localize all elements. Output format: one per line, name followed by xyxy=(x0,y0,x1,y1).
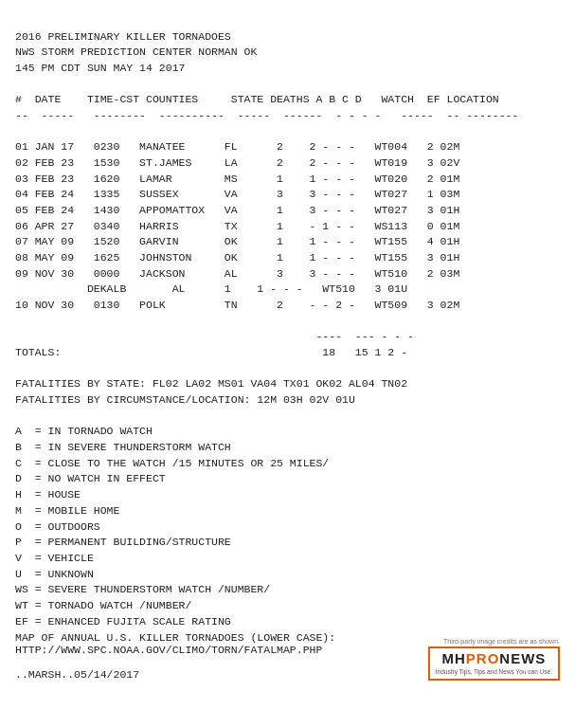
fatalities-by-state: FATALITIES BY STATE: FL02 LA02 MS01 VA04… xyxy=(15,377,407,390)
table-row-05: 05 FEB 24 1430 APPOMATTOX VA 1 3 - - - W… xyxy=(15,204,459,216)
map-line2: HTTP://WWW.SPC.NOAA.GOV/CLIMO/TORN/FATAL… xyxy=(15,644,322,656)
legend-c: C = CLOSE TO THE WATCH /15 MINUTES OR 25… xyxy=(15,457,329,469)
legend-ws: WS = SEVERE THUNDERSTORM WATCH /NUMBER/ xyxy=(15,583,270,595)
logo-area: Third-party image credits are as shown. … xyxy=(428,638,560,681)
legend-wt: WT = TORNADO WATCH /NUMBER/ xyxy=(15,599,191,611)
header-line2: NWS STORM PREDICTION CENTER NORMAN OK xyxy=(15,46,257,58)
logo-text: MHPRONEWS xyxy=(436,651,552,667)
legend-h: H = HOUSE xyxy=(15,488,81,500)
legend-v: V = VEHICLE xyxy=(15,552,94,564)
table-row-02: 02 FEB 23 1530 ST.JAMES LA 2 2 - - - WT0… xyxy=(15,156,459,169)
mhpronews-logo[interactable]: MHPRONEWS Industry Tips, Tips and News Y… xyxy=(428,646,560,681)
table-divider: -- ----- -------- ---------- ----- -----… xyxy=(15,109,518,121)
page: 2016 PRELIMINARY KILLER TORNADOES NWS ST… xyxy=(0,0,575,728)
legend-a: A = IN TORNADO WATCH xyxy=(15,425,153,437)
legend-b: B = IN SEVERE THUNDERSTORM WATCH xyxy=(15,441,231,453)
header-line1: 2016 PRELIMINARY KILLER TORNADOES xyxy=(15,30,231,43)
totals-values: 18 15 1 2 - xyxy=(322,346,407,358)
legend-d: D = NO WATCH IN EFFECT xyxy=(15,472,166,484)
table-row-09: 09 NOV 30 0000 JACKSON AL 3 3 - - - WT51… xyxy=(15,267,459,280)
fatalities-by-circumstance: FATALITIES BY CIRCUMSTANCE/LOCATION: 12M… xyxy=(15,393,355,406)
totals-row: TOTALS: 18 15 1 2 - xyxy=(15,346,407,358)
legend-o: O = OUTDOORS xyxy=(15,520,100,533)
logo-mh: MH xyxy=(441,650,465,666)
table-row-07: 07 MAY 09 1520 GARVIN OK 1 1 - - - WT155… xyxy=(15,235,459,247)
map-line1: MAP OF ANNUAL U.S. KILLER TORNADOES (LOW… xyxy=(15,631,335,644)
content-block: 2016 PRELIMINARY KILLER TORNADOES NWS ST… xyxy=(15,13,560,629)
footer-row: MAP OF ANNUAL U.S. KILLER TORNADOES (LOW… xyxy=(15,631,560,681)
table-row-03: 03 FEB 23 1620 LAMAR MS 1 1 - - - WT020 … xyxy=(15,173,459,185)
signature: ..MARSH..05/14/2017 xyxy=(15,668,139,681)
table-row-06: 06 APR 27 0340 HARRIS TX 1 - 1 - - WS113… xyxy=(15,220,459,232)
legend-p: P = PERMANENT BUILDING/STRUCTURE xyxy=(15,536,231,548)
table-row-08: 08 MAY 09 1625 JOHNSTON OK 1 1 - - - WT1… xyxy=(15,251,459,264)
table-row-04: 04 FEB 24 1335 SUSSEX VA 3 3 - - - WT027… xyxy=(15,188,459,200)
table-row-10: 10 NOV 30 0130 POLK TN 2 - - 2 - WT509 3… xyxy=(15,299,459,311)
logo-news: NEWS xyxy=(499,650,546,666)
totals-label: TOTALS: xyxy=(15,346,61,358)
legend-m: M = MOBILE HOME xyxy=(15,504,119,517)
header-line3: 145 PM CDT SUN MAY 14 2017 xyxy=(15,62,185,74)
table-row-01: 01 JAN 17 0230 MANATEE FL 2 2 - - - WT00… xyxy=(15,140,459,153)
third-party-note: Third-party image credits are as shown. xyxy=(443,638,560,645)
footer-text-block: MAP OF ANNUAL U.S. KILLER TORNADOES (LOW… xyxy=(15,631,335,681)
table-col-header: # DATE TIME-CST COUNTIES STATE DEATHS A … xyxy=(15,93,499,105)
legend-u: U = UNKNOWN xyxy=(15,568,94,580)
table-row-09b: DEKALB AL 1 1 - - - WT510 3 01U xyxy=(15,282,407,295)
logo-pro: PRO xyxy=(466,650,500,666)
totals-divider: ---- --- - - - xyxy=(15,330,414,342)
logo-tagline: Industry Tips, Tips and News You can Use… xyxy=(436,668,552,676)
legend-ef: EF = ENHANCED FUJITA SCALE RATING xyxy=(15,615,231,628)
